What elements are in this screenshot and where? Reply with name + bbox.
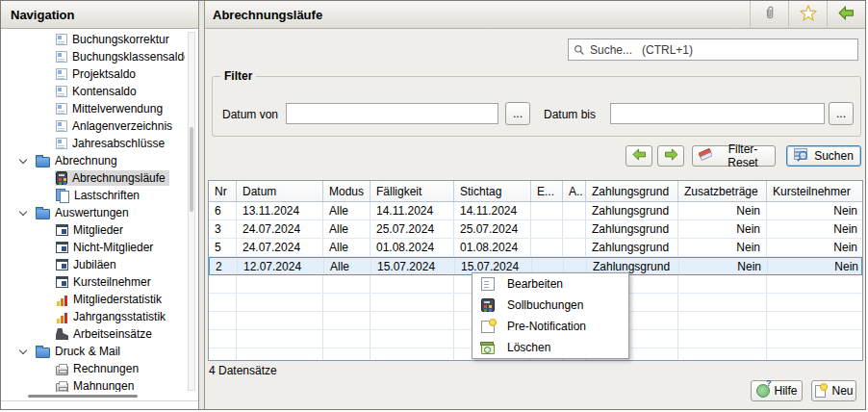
sidebar-item-jahresabschluesse[interactable]: Jahresabschlüsse <box>1 135 185 152</box>
bar-chart-icon <box>56 294 68 306</box>
suchen-button[interactable]: Suchen <box>786 145 861 167</box>
report-icon <box>56 242 68 253</box>
table-cell: 3 <box>209 220 237 238</box>
table-cell <box>563 202 586 219</box>
table-cell: Nein <box>767 239 863 256</box>
notification-sheet-icon <box>481 321 495 333</box>
table-cell: 6 <box>209 202 237 219</box>
date-to-browse-button[interactable]: ... <box>829 102 854 125</box>
column-header[interactable]: Fälligkeit <box>370 181 454 201</box>
sidebar-item-mitgliederstatistik[interactable]: Mitgliederstatistik <box>1 291 185 308</box>
filter-reset-button[interactable]: Filter-Reset <box>692 145 776 167</box>
nav-horizontal-scrollbar-thumb[interactable] <box>28 395 138 398</box>
grid-doc-icon <box>56 51 67 63</box>
navigation-title: Navigation <box>11 8 74 22</box>
table-cell: Nein <box>679 258 768 274</box>
nav-vertical-scrollbar-thumb[interactable] <box>190 127 193 212</box>
date-from-input[interactable] <box>286 103 498 124</box>
sidebar-item-jubilaeen[interactable]: Jubiläen <box>1 256 185 273</box>
chevron-down-icon[interactable] <box>19 157 28 166</box>
sidebar-item-mittelverwendung[interactable]: Mittelverwendung <box>1 100 185 117</box>
context-menu-item-sollbuchungen[interactable]: Sollbuchungen <box>472 295 628 316</box>
ellipsis-label: ... <box>513 107 523 120</box>
nav-bottom-divider <box>1 400 198 401</box>
sidebar-item-projektsaldo[interactable]: Projektsaldo <box>1 65 185 83</box>
documents-icon <box>56 189 69 202</box>
table-cell: 13.11.2024 <box>237 202 323 219</box>
column-header[interactable]: Zahlungsgrund <box>586 181 678 201</box>
table-cell <box>563 239 586 256</box>
attachment-button[interactable] <box>750 1 788 28</box>
table-cell: Nein <box>678 202 767 219</box>
date-from-browse-button[interactable]: ... <box>505 102 530 125</box>
sidebar-item-mahnungen[interactable]: Mahnungen <box>1 377 185 392</box>
table-cell: Alle <box>323 239 370 256</box>
column-header[interactable]: Zusatzbeträge <box>678 181 767 201</box>
column-header[interactable]: Kursteilnehmer <box>767 181 863 201</box>
sidebar-item-kontensaldo[interactable]: Kontensaldo <box>1 83 185 100</box>
sidebar-item-jahrgangsstatistik[interactable]: Jahrgangsstatistik <box>1 308 185 325</box>
sidebar-item-lastschriften[interactable]: Lastschriften <box>1 187 185 204</box>
folder-icon <box>36 157 50 167</box>
chevron-down-icon[interactable] <box>19 209 28 218</box>
new-button[interactable]: Neu <box>811 380 856 401</box>
main-panel: Abrechnungsläufe <box>204 1 865 409</box>
help-label: Hilfe <box>775 384 798 398</box>
context-menu-item-loeschen[interactable]: Löschen <box>472 337 628 358</box>
chevron-down-icon[interactable] <box>19 348 28 356</box>
table-cell: Zahlungsgrund <box>586 202 678 219</box>
sidebar-item-kursteilnehmer[interactable]: Kursteilnehmer <box>1 273 185 291</box>
context-menu-item-bearbeiten[interactable]: Bearbeiten <box>472 273 628 295</box>
column-header[interactable]: Modus <box>323 181 370 201</box>
sidebar-item-nicht-mitglieder[interactable]: Nicht-Mitglieder <box>1 239 185 256</box>
favorite-button[interactable] <box>788 1 827 28</box>
column-header[interactable]: Datum <box>237 181 323 201</box>
trash-icon <box>481 344 495 354</box>
sidebar-folder-druck-mail[interactable]: Druck & Mail <box>1 343 185 360</box>
table-row[interactable]: 6 13.11.2024 Alle 14.11.2024 14.11.2024 … <box>209 202 862 220</box>
sidebar-item-anlagenverzeichnis[interactable]: Anlagenverzeichnis <box>1 117 185 135</box>
new-label: Neu <box>832 384 854 398</box>
table-row[interactable]: 3 24.07.2024 Alle 25.07.2024 25.07.2024 … <box>209 220 862 239</box>
search-input[interactable] <box>588 40 855 59</box>
context-menu-item-pre-notification[interactable]: Pre-Notification <box>472 316 628 337</box>
column-header[interactable]: Nr <box>209 181 237 201</box>
table-cell <box>563 220 586 238</box>
next-button[interactable] <box>657 145 684 167</box>
grid-doc-icon <box>56 34 67 45</box>
previous-button[interactable] <box>625 145 652 167</box>
table-header-row: Nr Datum Modus Fälligkeit Stichtag E... … <box>209 181 862 202</box>
table-cell <box>531 239 563 256</box>
table-search-icon <box>794 148 809 165</box>
green-arrow-right-icon <box>664 148 678 164</box>
ellipsis-label: ... <box>836 107 846 120</box>
grid-doc-icon <box>56 86 67 97</box>
table-cell: Nein <box>767 220 863 238</box>
sidebar-item-buchungskorrektur[interactable]: Buchungskorrektur <box>1 31 185 48</box>
column-header[interactable]: Stichtag <box>454 181 531 201</box>
calculator-icon <box>481 298 495 312</box>
printer-icon <box>56 366 68 375</box>
nav-vertical-scrollbar[interactable] <box>188 32 195 391</box>
sidebar-item-arbeitseinsaetze[interactable]: Arbeitseinsätze <box>1 325 185 343</box>
column-header[interactable]: E... <box>531 181 563 201</box>
table-row[interactable]: 5 24.07.2024 Alle 01.08.2024 01.08.2024 … <box>209 239 862 257</box>
sidebar-folder-abrechnung[interactable]: Abrechnung <box>1 152 185 169</box>
column-header[interactable]: A.. <box>563 181 586 201</box>
grid-doc-icon <box>56 120 67 132</box>
filter-reset-label: Filter-Reset <box>717 142 769 169</box>
table-cell: Nein <box>678 220 767 238</box>
grid-doc-icon <box>56 68 67 80</box>
table-cell: Alle <box>323 202 370 219</box>
back-button[interactable] <box>827 1 865 28</box>
sidebar-item-mitglieder[interactable]: Mitglieder <box>1 221 185 239</box>
sidebar-folder-auswertungen[interactable]: Auswertungen <box>1 204 185 221</box>
calculator-icon <box>56 171 67 185</box>
table-cell: 25.07.2024 <box>370 220 454 238</box>
sidebar-item-rechnungen[interactable]: Rechnungen <box>1 360 185 377</box>
table-cell: Alle <box>324 258 371 274</box>
date-to-input[interactable] <box>610 103 825 124</box>
sidebar-item-abrechnungslaeufe[interactable]: Abrechnungsläufe <box>1 169 185 187</box>
sidebar-item-buchungsklassensaldo[interactable]: Buchungsklassensaldo <box>1 48 185 65</box>
help-button[interactable]: Hilfe <box>751 380 803 401</box>
